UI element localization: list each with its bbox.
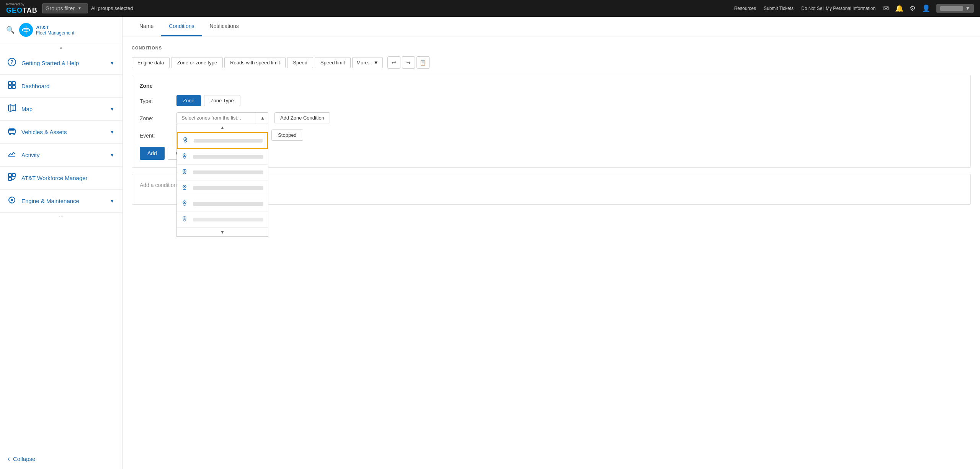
mail-icon[interactable]: ✉ bbox=[883, 4, 889, 13]
top-nav-left: Powered by GEOTAB Groups filter ▼ All gr… bbox=[6, 2, 133, 15]
all-groups-text: All groups selected bbox=[91, 5, 133, 11]
brand-logo: AT&T Fleet Management bbox=[19, 23, 74, 37]
svg-point-16 bbox=[13, 133, 15, 135]
workforce-icon bbox=[8, 173, 17, 183]
vehicles-chevron-icon: ▼ bbox=[110, 130, 114, 135]
more-button[interactable]: More... ▼ bbox=[352, 57, 382, 68]
toolbar-icons: ↩ ↪ 📋 bbox=[387, 56, 430, 69]
zone-item-icon-6 bbox=[181, 216, 189, 223]
svg-point-22 bbox=[11, 199, 13, 201]
sidebar-scroll-up: ▲ bbox=[0, 43, 122, 52]
speed-limit-button[interactable]: Speed limit bbox=[315, 57, 351, 68]
settings-icon[interactable]: ⚙ bbox=[910, 4, 916, 13]
do-not-sell-link[interactable]: Do Not Sell My Personal Information bbox=[801, 6, 875, 11]
sidebar-item-activity-label: Activity bbox=[21, 152, 105, 158]
sidebar-more-indicator: ⋯ bbox=[0, 213, 122, 221]
powered-by-logo: Powered by GEOTAB bbox=[6, 2, 38, 15]
svg-point-30 bbox=[184, 155, 185, 156]
zone-select-input[interactable] bbox=[177, 113, 257, 123]
user-menu-button[interactable]: ▼ bbox=[936, 4, 974, 13]
zone-card-title: Zone bbox=[140, 83, 963, 89]
zone-item-icon-2 bbox=[181, 153, 189, 161]
sidebar-item-engine-maintenance[interactable]: Engine & Maintenance ▼ bbox=[0, 190, 122, 213]
main-inner: Name Conditions Notifications CONDITIONS… bbox=[122, 17, 980, 214]
zone-list-item-6[interactable] bbox=[177, 212, 268, 228]
notification-icon[interactable]: 🔔 bbox=[895, 4, 903, 13]
sidebar-item-dashboard-label: Dashboard bbox=[21, 83, 114, 89]
conditions-section-label: CONDITIONS bbox=[132, 46, 971, 50]
user-icon[interactable]: 👤 bbox=[922, 4, 930, 13]
svg-text:?: ? bbox=[10, 59, 14, 65]
svg-rect-20 bbox=[8, 177, 11, 180]
tab-name[interactable]: Name bbox=[132, 17, 161, 36]
svg-point-32 bbox=[184, 171, 185, 172]
event-label: Event: bbox=[140, 130, 170, 139]
zone-list-item-2[interactable] bbox=[177, 149, 268, 165]
zone-list-scroll-up[interactable]: ▲ bbox=[177, 123, 268, 132]
user-menu-arrow-icon: ▼ bbox=[965, 6, 970, 11]
svg-point-28 bbox=[185, 139, 186, 140]
roads-with-speed-limit-button[interactable]: Roads with speed limit bbox=[224, 57, 286, 68]
zone-select-arrow-icon[interactable]: ▲ bbox=[257, 113, 268, 123]
stopped-button[interactable]: Stopped bbox=[271, 130, 303, 141]
add-condition-placeholder-text: Add a condition... bbox=[140, 182, 181, 188]
zone-list-item-3[interactable] bbox=[177, 165, 268, 180]
sidebar-item-activity[interactable]: Activity ▼ bbox=[0, 144, 122, 167]
main-content: Name Conditions Notifications CONDITIONS… bbox=[122, 17, 980, 469]
brand-name: AT&T bbox=[36, 25, 74, 30]
submit-tickets-link[interactable]: Submit Tickets bbox=[764, 6, 794, 11]
sidebar-collapse-button[interactable]: ‹ Collapse bbox=[0, 449, 122, 469]
sidebar-item-map[interactable]: Map ▼ bbox=[0, 98, 122, 121]
zone-dropdown-list: ▲ bbox=[176, 123, 268, 237]
top-nav: Powered by GEOTAB Groups filter ▼ All gr… bbox=[0, 0, 980, 17]
sidebar-item-getting-started[interactable]: ? Getting Started & Help ▼ bbox=[0, 52, 122, 75]
zone-select-wrapper[interactable]: ▲ bbox=[176, 112, 268, 123]
type-form-row: Type: Zone Zone Type bbox=[140, 95, 963, 106]
zone-or-zone-type-button[interactable]: Zone or zone type bbox=[171, 57, 223, 68]
zone-item-icon-5 bbox=[181, 200, 189, 208]
resources-link[interactable]: Resources bbox=[734, 6, 756, 11]
type-label: Type: bbox=[140, 95, 170, 104]
sidebar-search-button[interactable]: 🔍 bbox=[6, 26, 15, 34]
tab-conditions[interactable]: Conditions bbox=[161, 17, 202, 36]
zone-list-item-5[interactable] bbox=[177, 196, 268, 212]
dashboard-icon bbox=[8, 81, 17, 91]
svg-rect-6 bbox=[8, 82, 11, 85]
groups-filter-area: Groups filter ▼ All groups selected bbox=[42, 3, 133, 13]
zone-form-row: Zone: ▲ ▲ bbox=[140, 112, 963, 123]
condition-buttons-bar: Engine data Zone or zone type Roads with… bbox=[132, 56, 971, 69]
brand-text: AT&T Fleet Management bbox=[36, 25, 74, 36]
more-dropdown-icon: ▼ bbox=[374, 60, 379, 66]
activity-chevron-icon: ▼ bbox=[110, 153, 114, 158]
sidebar-item-att-workforce[interactable]: AT&T Workforce Manager bbox=[0, 167, 122, 190]
copy-button[interactable]: 📋 bbox=[416, 56, 430, 69]
zone-type-button-zone-type[interactable]: Zone Type bbox=[204, 95, 240, 106]
sidebar-item-vehicles-label: Vehicles & Assets bbox=[21, 129, 105, 135]
engine-chevron-icon: ▼ bbox=[110, 198, 114, 204]
svg-point-15 bbox=[9, 133, 11, 135]
undo-button[interactable]: ↩ bbox=[387, 56, 400, 69]
groups-filter-label: Groups filter bbox=[46, 5, 75, 11]
svg-rect-9 bbox=[12, 85, 15, 89]
add-zone-condition-button[interactable]: Add Zone Condition bbox=[274, 112, 330, 123]
zone-type-button-zone[interactable]: Zone bbox=[176, 95, 201, 106]
groups-filter-dropdown[interactable]: Groups filter ▼ bbox=[42, 3, 88, 13]
zone-item-text-2 bbox=[193, 155, 263, 159]
brand-sub: Fleet Management bbox=[36, 30, 74, 36]
engine-data-button[interactable]: Engine data bbox=[132, 57, 170, 68]
zone-list-scroll-down[interactable]: ▼ bbox=[177, 228, 268, 236]
sidebar-item-vehicles-assets[interactable]: Vehicles & Assets ▼ bbox=[0, 121, 122, 144]
svg-point-38 bbox=[184, 218, 185, 219]
zone-list-item-4[interactable] bbox=[177, 180, 268, 196]
zone-list-item-1[interactable] bbox=[177, 132, 268, 149]
tab-notifications[interactable]: Notifications bbox=[202, 17, 247, 36]
add-button[interactable]: Add bbox=[140, 147, 165, 160]
redo-button[interactable]: ↪ bbox=[402, 56, 415, 69]
zone-item-icon-1 bbox=[182, 137, 190, 144]
getting-started-icon: ? bbox=[8, 58, 17, 68]
svg-point-36 bbox=[184, 202, 185, 203]
svg-rect-8 bbox=[8, 85, 11, 89]
sidebar-item-dashboard[interactable]: Dashboard bbox=[0, 75, 122, 98]
speed-button[interactable]: Speed bbox=[287, 57, 313, 68]
sidebar-item-map-label: Map bbox=[21, 106, 105, 112]
